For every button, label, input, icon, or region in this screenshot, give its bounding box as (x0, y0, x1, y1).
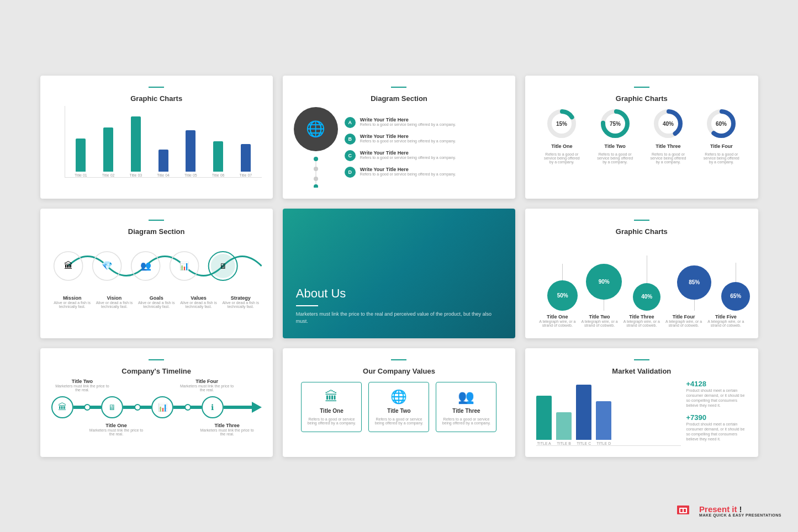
wave-svg: 🏛 💎 👥 📊 🖥 (51, 241, 262, 291)
bubble-label-5: Title Five A telegraph wire, or a strand… (706, 314, 745, 327)
svg-text:60%: 60% (716, 121, 727, 127)
stat-block-1: +4128 Product should meet a certain cons… (686, 380, 747, 408)
timeline-top-2: Title Four Marketers must link the price… (179, 379, 235, 392)
diagram-item-d: D Write Your Title Here Refers to a good… (345, 167, 504, 178)
svg-text:📊: 📊 (179, 262, 189, 271)
bubble-5: 65% (721, 282, 750, 311)
title-line (391, 359, 406, 360)
slide-3-title: Graphic Charts (536, 94, 747, 103)
bar-group-1: Title 01 (75, 139, 87, 177)
slide-7-title: Company's Timeline (51, 367, 262, 375)
market-bar-chart: TITLE A TITLE B TITLE C TITLE D (536, 380, 680, 446)
title-line (149, 87, 164, 88)
value-card-3: 👥 Title Three Refers to a good or servic… (436, 382, 496, 432)
slide-4-title: Diagram Section (51, 227, 262, 236)
bar-7 (241, 144, 251, 172)
slide-7-timeline: Company's Timeline Title Two Marketers m… (40, 348, 273, 457)
timeline-arrow-row: 🏛 🖥 📊 ℹ (51, 396, 262, 418)
item-d-text: Write Your Title Here Refers to a good o… (360, 167, 456, 176)
slide-8-company-values: Our Company Values 🏛 Title One Refers to… (283, 348, 515, 457)
diagram-items: A Write Your Title Here Refers to a good… (345, 117, 504, 178)
bar-1 (76, 139, 86, 172)
bar-chart-area: Title 01 Title 02 Title 03 Title 04 Titl… (65, 106, 262, 178)
market-bar-b (556, 412, 572, 440)
slide-grid: Graphic Charts Title 01 Title 02 Title 0… (40, 76, 758, 457)
values-cards: 🏛 Title One Refers to a good or service … (294, 382, 504, 432)
wave-label-vision: Vision Alive or dead a fish is technical… (93, 295, 135, 308)
timeline-line-3 (173, 406, 202, 409)
title-line (149, 359, 164, 360)
globe-circle: 🌐 (294, 107, 338, 151)
donut-svg-3: 40% (652, 107, 685, 140)
slide-2-diagram: Diagram Section 🌐 A (283, 76, 515, 199)
stat-block-2: +7390 Product should meet a certain cons… (686, 413, 747, 441)
timeline-icon-4: ℹ (202, 396, 224, 418)
timeline-top-1: Title Two Marketers must link the price … (55, 379, 110, 392)
title-line (149, 220, 164, 221)
svg-point-29 (210, 254, 235, 278)
bubble-label-4: Title Four A telegraph wire, or a strand… (664, 314, 703, 327)
bubble-stick-5 (736, 263, 736, 282)
market-bar-a (536, 396, 552, 440)
bubble-4: 85% (677, 265, 711, 300)
spacer-top (117, 379, 172, 392)
slide-6-title: Graphic Charts (536, 227, 747, 236)
timeline-bottom-1: Title One Marketers must link the price … (88, 423, 144, 436)
market-bar-d (596, 401, 611, 440)
svg-text:15%: 15% (556, 121, 567, 127)
donut-3: 40% Title Three Refers to a good or serv… (649, 107, 688, 164)
timeline-wrapper: Title Two Marketers must link the price … (51, 379, 262, 436)
diagram-item-c: C Write Your Title Here Refers to a good… (345, 150, 504, 161)
globe-section: 🌐 (294, 107, 338, 188)
timeline-icon-2: 🖥 (101, 396, 123, 418)
bar-group-6: Title 06 (212, 141, 225, 177)
market-bars: TITLE A TITLE B TITLE C TITLE D (536, 380, 680, 446)
bar-label-7: Title 07 (240, 173, 252, 177)
letter-b: B (345, 134, 356, 145)
bubble-col-3: 40% (633, 256, 660, 311)
slide-4-wave-diagram: Diagram Section 🏛 💎 👥 📊 🖥 (40, 209, 273, 338)
slide-9-title: Market Validation (536, 367, 747, 375)
spacer-top2 (241, 379, 258, 392)
about-us-title: About Us (296, 286, 502, 301)
slide-3-donuts: Graphic Charts 15% Title One Refers to a… (525, 76, 758, 199)
donut-svg-4: 60% (705, 107, 738, 140)
about-us-content: About Us Marketers must link the price t… (296, 286, 502, 324)
wave-label-goals: Goals Alive or dead a fish is technicall… (135, 295, 177, 308)
branding: Present it ! MAKE QUICK & EASY PRESENTAT… (676, 501, 781, 521)
bar-2 (103, 127, 113, 172)
bubble-stick-4 (694, 300, 695, 311)
bar-6 (213, 141, 223, 172)
diagram-item-a: A Write Your Title Here Refers to a good… (345, 117, 504, 128)
bubble-stick-1 (562, 264, 563, 280)
globe-icon: 🌐 (306, 120, 325, 138)
brand-logo-icon (676, 501, 696, 521)
bubble-label-2: Title Two A telegraph wire, or a strand … (580, 314, 619, 327)
value-icon-2: 🌐 (390, 389, 407, 405)
bubble-1: 50% (547, 280, 578, 311)
bar-label-6: Title 06 (212, 173, 225, 177)
value-card-2: 🌐 Title Two Refers to a good or service … (368, 382, 429, 432)
bubble-3: 40% (633, 283, 660, 311)
svg-point-4 (314, 177, 318, 181)
market-bar-group-b: TITLE B (556, 412, 572, 445)
donut-4: 60% Title Four Refers to a good or servi… (702, 107, 741, 164)
bar-label-5: Title 05 (184, 173, 197, 177)
timeline-bottom-items: Title One Marketers must link the price … (51, 423, 262, 436)
diagram-item-b: B Write Your Title Here Refers to a good… (345, 134, 504, 145)
wave-labels: Mission Alive or dead a fish is technica… (51, 295, 262, 308)
letter-d: D (345, 167, 356, 178)
slide-1-title: Graphic Charts (51, 94, 262, 103)
svg-point-2 (314, 167, 318, 171)
title-line (634, 87, 649, 88)
svg-point-0 (314, 157, 318, 161)
slide-1-graphic-charts: Graphic Charts Title 01 Title 02 Title 0… (40, 76, 273, 199)
market-bar-group-d: TITLE D (596, 401, 611, 445)
bar-label-3: Title 03 (130, 173, 142, 177)
bubble-col-5: 65% (721, 263, 750, 311)
bar-group-4: Title 04 (157, 150, 170, 177)
letter-c: C (345, 150, 356, 161)
slide-5-about-us: About Us Marketers must link the price t… (283, 209, 515, 338)
slide-6-bubble-chart: Graphic Charts 50% 90% 40% 85% (525, 209, 758, 338)
svg-rect-32 (680, 509, 683, 512)
